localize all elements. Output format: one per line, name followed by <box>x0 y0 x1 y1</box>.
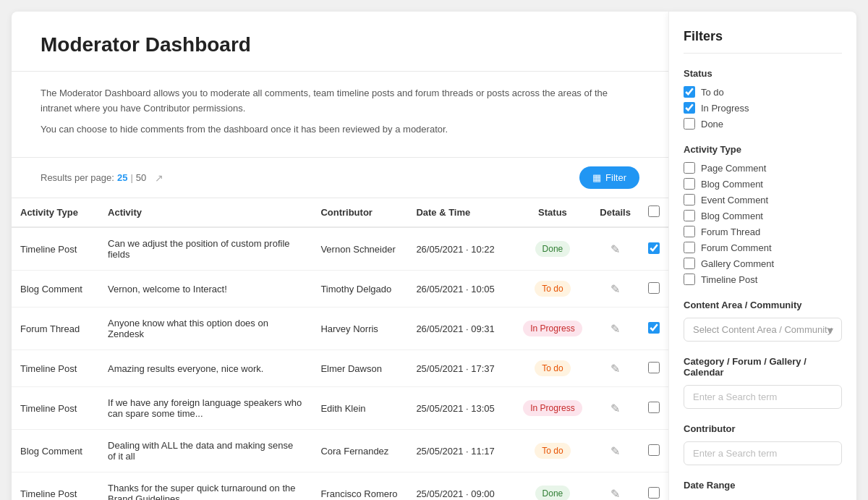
status-badge: Done <box>535 241 571 257</box>
activity-type-filter-item[interactable]: Page Comment <box>684 162 842 174</box>
cell-status: Done <box>514 227 592 271</box>
cell-select <box>639 473 668 500</box>
edit-icon[interactable]: ✎ <box>610 323 620 335</box>
status-filter-item[interactable]: To do <box>684 86 842 98</box>
activity-type-filter-item[interactable]: Forum Comment <box>684 242 842 253</box>
date-range-label: Date Range <box>684 480 842 491</box>
row-checkbox[interactable] <box>648 242 660 254</box>
contributor-filter-section: Contributor <box>684 423 842 465</box>
edit-icon[interactable]: ✎ <box>610 488 620 500</box>
separator: | <box>130 172 132 183</box>
activity-type-checkbox[interactable] <box>684 258 695 269</box>
cell-datetime: 26/05/2021 · 10:22 <box>407 227 514 271</box>
row-checkbox[interactable] <box>648 282 660 294</box>
page-header: Moderator Dashboard <box>12 12 668 72</box>
cell-edit: ✎ <box>591 227 639 271</box>
cell-datetime: 25/05/2021 · 11:17 <box>407 430 514 473</box>
activity-type-filter-item[interactable]: Forum Thread <box>684 226 842 237</box>
status-option-label: To do <box>701 87 724 98</box>
activity-type-checkbox[interactable] <box>684 242 695 253</box>
status-checkbox[interactable] <box>684 118 695 130</box>
edit-icon[interactable]: ✎ <box>610 243 620 255</box>
table-row: Timeline Post Amazing results everyone, … <box>12 350 668 387</box>
status-options: To doIn ProgressDone <box>684 86 842 130</box>
cell-activity: Thanks for the super quick turnaround on… <box>99 473 312 500</box>
filters-title: Filters <box>684 29 842 54</box>
cell-activity-type: Forum Thread <box>12 308 99 350</box>
activity-type-filter-label: Activity Type <box>684 144 842 155</box>
table-row: Timeline Post Thanks for the super quick… <box>12 473 668 500</box>
cell-status: To do <box>514 430 592 473</box>
cell-activity-type: Timeline Post <box>12 473 99 500</box>
status-option-label: In Progress <box>701 103 749 114</box>
activity-type-filter-item[interactable]: Blog Comment <box>684 178 842 190</box>
cell-datetime: 26/05/2021 · 10:05 <box>407 271 514 308</box>
table-row: Timeline Post If we have any foreign lan… <box>12 387 668 430</box>
status-badge: In Progress <box>523 321 582 336</box>
cell-contributor: Francisco Romero <box>312 473 407 500</box>
filter-label: Filter <box>605 172 626 183</box>
category-label: Category / Forum / Gallery / Calendar <box>684 356 842 378</box>
status-filter-item[interactable]: In Progress <box>684 102 842 114</box>
cell-activity-type: Blog Comment <box>12 271 99 308</box>
status-checkbox[interactable] <box>684 102 695 114</box>
edit-icon[interactable]: ✎ <box>610 283 620 295</box>
row-checkbox[interactable] <box>648 487 660 499</box>
table-row: Blog Comment Vernon, welcome to Interact… <box>12 271 668 308</box>
row-checkbox[interactable] <box>648 322 660 334</box>
external-link-icon[interactable]: ↗ <box>155 172 163 184</box>
col-header-activity-type: Activity Type <box>12 198 99 227</box>
results-per-page: Results per page: 25 | 50 ↗ <box>41 172 163 184</box>
cell-select <box>639 387 668 430</box>
category-search-input[interactable] <box>684 385 842 409</box>
select-all-checkbox[interactable] <box>648 205 660 217</box>
cell-edit: ✎ <box>591 387 639 430</box>
activity-type-checkbox[interactable] <box>684 194 695 205</box>
cell-activity-type: Blog Comment <box>12 430 99 473</box>
status-option-label: Done <box>701 119 723 130</box>
cell-activity: If we have any foreign language speakers… <box>99 387 312 430</box>
content-area-select-wrapper: Select Content Area / Community <box>684 318 842 342</box>
activity-type-checkbox[interactable] <box>684 274 695 285</box>
per-page-50[interactable]: 50 <box>136 172 146 183</box>
content-area-select[interactable]: Select Content Area / Community <box>684 318 842 342</box>
status-badge: To do <box>535 281 570 297</box>
edit-icon[interactable]: ✎ <box>610 363 620 375</box>
cell-datetime: 26/05/2021 · 09:31 <box>407 308 514 350</box>
cell-activity: Anyone know what this option does on Zen… <box>99 308 312 350</box>
cell-edit: ✎ <box>591 308 639 350</box>
row-checkbox[interactable] <box>648 402 660 413</box>
status-checkbox[interactable] <box>684 86 695 98</box>
edit-icon[interactable]: ✎ <box>610 445 620 457</box>
activity-type-option-label: Forum Comment <box>701 242 772 253</box>
contributor-search-input[interactable] <box>684 441 842 465</box>
activity-type-checkbox[interactable] <box>684 162 695 174</box>
table-row: Blog Comment Dealing with ALL the data a… <box>12 430 668 473</box>
status-filter-item[interactable]: Done <box>684 118 842 130</box>
status-filter-label: Status <box>684 68 842 79</box>
activity-type-filter-item[interactable]: Blog Comment <box>684 210 842 221</box>
activity-type-checkbox[interactable] <box>684 178 695 190</box>
activity-type-filter-item[interactable]: Gallery Comment <box>684 258 842 269</box>
filter-button[interactable]: ▦ Filter <box>579 166 639 189</box>
cell-edit: ✎ <box>591 350 639 387</box>
activity-type-filter-item[interactable]: Event Comment <box>684 194 842 205</box>
cell-status: In Progress <box>514 308 592 350</box>
activity-type-checkbox[interactable] <box>684 226 695 237</box>
per-page-25[interactable]: 25 <box>117 172 127 183</box>
cell-activity: Can we adjust the position of custom pro… <box>99 227 312 271</box>
table-toolbar: Results per page: 25 | 50 ↗ ▦ Filter <box>12 158 668 198</box>
row-checkbox[interactable] <box>648 444 660 456</box>
cell-contributor: Cora Fernandez <box>312 430 407 473</box>
edit-icon[interactable]: ✎ <box>610 402 620 415</box>
table-row: Timeline Post Can we adjust the position… <box>12 227 668 271</box>
content-area-filter-section: Content Area / Community Select Content … <box>684 300 842 342</box>
status-badge: In Progress <box>523 400 582 416</box>
activity-type-filter-item[interactable]: Timeline Post <box>684 274 842 285</box>
row-checkbox[interactable] <box>648 362 660 373</box>
activity-type-checkbox[interactable] <box>684 210 695 221</box>
cell-edit: ✎ <box>591 473 639 500</box>
status-badge: Done <box>535 486 571 500</box>
cell-datetime: 25/05/2021 · 09:00 <box>407 473 514 500</box>
activity-type-option-label: Blog Comment <box>701 179 763 190</box>
